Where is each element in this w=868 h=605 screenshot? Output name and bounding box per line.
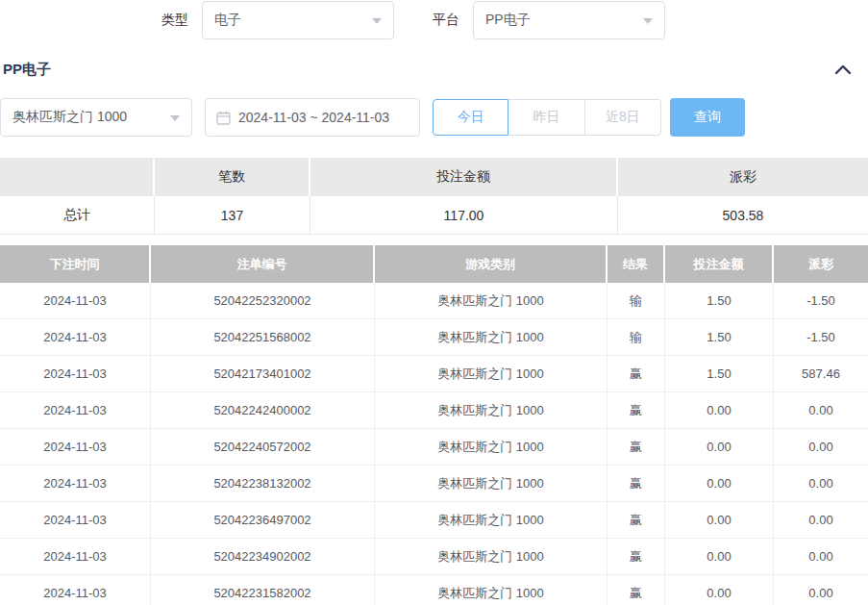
cell-result: 赢 (608, 392, 665, 429)
section-header: PP电子 (0, 59, 868, 80)
cell-bet-id: 52042231582002 (151, 575, 375, 605)
cell-payout: 0.00 (774, 466, 868, 502)
quick-range-button[interactable]: 今日 (433, 99, 508, 136)
cell-result: 赢 (608, 539, 665, 575)
cell-bet-time: 2024-11-03 (0, 356, 151, 392)
type-label: 类型 (161, 12, 188, 29)
cell-bet-amount: 0.00 (665, 429, 774, 466)
calendar-icon (216, 111, 231, 125)
cell-bet-amount: 0.00 (665, 575, 774, 605)
cell-result: 赢 (608, 575, 665, 605)
table-row: 2024-11-03 52042252320002 奥林匹斯之门 1000 输 … (0, 283, 868, 319)
chevron-up-icon (833, 63, 853, 76)
summary-total-bet-amount: 117.00 (310, 196, 618, 235)
table-row: 2024-11-03 52042251568002 奥林匹斯之门 1000 输 … (0, 319, 868, 356)
table-row: 2024-11-03 52042234902002 奥林匹斯之门 1000 赢 … (0, 539, 868, 575)
cell-bet-time: 2024-11-03 (0, 392, 151, 429)
cell-bet-time: 2024-11-03 (0, 539, 151, 575)
platform-filter-group: 平台 PP电子 (433, 1, 665, 39)
cell-bet-id: 52042242400002 (151, 392, 375, 429)
cell-bet-amount: 1.50 (665, 319, 774, 356)
cell-payout: 0.00 (774, 429, 868, 466)
summary-header-row: 笔数 投注金额 派彩 (0, 158, 868, 196)
cell-game-type: 奥林匹斯之门 1000 (375, 283, 608, 319)
date-range-value: 2024-11-03 ~ 2024-11-03 (238, 110, 389, 125)
cell-game-type: 奥林匹斯之门 1000 (375, 356, 608, 392)
cell-bet-time: 2024-11-03 (0, 575, 151, 605)
table-row: 2024-11-03 52042173401002 奥林匹斯之门 1000 赢 … (0, 356, 868, 392)
cell-bet-amount: 0.00 (665, 502, 774, 539)
cell-bet-id: 52042234902002 (151, 539, 375, 575)
cell-bet-amount: 0.00 (665, 539, 774, 575)
cell-bet-amount: 0.00 (665, 466, 774, 502)
cell-payout: 0.00 (774, 502, 868, 539)
table-row: 2024-11-03 52042236497002 奥林匹斯之门 1000 赢 … (0, 502, 868, 539)
query-bar: 奥林匹斯之门 1000 2024-11-03 ~ 2024-11-03 今日昨日… (0, 98, 868, 137)
quick-range-button-group: 今日昨日近8日 (433, 99, 661, 136)
cell-payout: 0.00 (774, 539, 868, 575)
cell-result: 赢 (608, 502, 665, 539)
platform-select[interactable]: PP电子 (473, 1, 665, 39)
platform-select-value: PP电子 (485, 12, 531, 29)
chevron-down-icon (170, 115, 180, 126)
cell-bet-amount: 1.50 (665, 283, 774, 319)
cell-result: 赢 (608, 429, 665, 466)
cell-payout: -1.50 (774, 283, 868, 319)
top-filter-bar: 类型 电子 平台 PP电子 (0, 1, 868, 39)
cell-bet-id: 52042173401002 (151, 356, 375, 392)
cell-bet-id: 52042238132002 (151, 466, 375, 502)
cell-game-type: 奥林匹斯之门 1000 (375, 392, 608, 429)
quick-range-button[interactable]: 近8日 (585, 99, 661, 136)
summary-total-label: 总计 (0, 196, 155, 235)
cell-payout: -1.50 (774, 319, 868, 356)
type-select[interactable]: 电子 (202, 1, 394, 39)
cell-bet-id: 52042236497002 (151, 502, 375, 539)
cell-game-type: 奥林匹斯之门 1000 (375, 502, 608, 539)
game-select-value: 奥林匹斯之门 1000 (12, 109, 127, 126)
summary-total-row: 总计 137 117.00 503.58 (0, 196, 868, 235)
cell-payout: 0.00 (774, 392, 868, 429)
table-row: 2024-11-03 52042238132002 奥林匹斯之门 1000 赢 … (0, 466, 868, 502)
cell-bet-time: 2024-11-03 (0, 283, 151, 319)
platform-label: 平台 (433, 12, 459, 29)
chevron-down-icon (372, 18, 382, 29)
type-select-value: 电子 (214, 12, 241, 29)
summary-header-bet-amount: 投注金额 (310, 158, 618, 196)
game-select[interactable]: 奥林匹斯之门 1000 (0, 98, 192, 137)
summary-total-count: 137 (155, 196, 310, 235)
section-title: PP电子 (3, 61, 51, 79)
date-range-input[interactable]: 2024-11-03 ~ 2024-11-03 (205, 98, 420, 137)
search-button[interactable]: 查询 (670, 98, 745, 137)
cell-game-type: 奥林匹斯之门 1000 (375, 429, 608, 466)
cell-bet-id: 52042251568002 (151, 319, 375, 356)
cell-bet-id: 52042240572002 (151, 429, 375, 466)
header-bet-id: 注单编号 (151, 245, 375, 283)
quick-range-button[interactable]: 昨日 (508, 99, 584, 136)
cell-bet-amount: 1.50 (665, 356, 774, 392)
cell-result: 赢 (608, 466, 665, 502)
cell-game-type: 奥林匹斯之门 1000 (375, 575, 608, 605)
cell-bet-time: 2024-11-03 (0, 466, 151, 502)
bets-table-header: 下注时间 注单编号 游戏类别 结果 投注金额 派彩 (0, 245, 868, 283)
header-game-type: 游戏类别 (375, 245, 608, 283)
cell-bet-time: 2024-11-03 (0, 429, 151, 466)
table-row: 2024-11-03 52042242400002 奥林匹斯之门 1000 赢 … (0, 392, 868, 429)
cell-payout: 0.00 (774, 575, 868, 605)
cell-result: 输 (608, 283, 665, 319)
bets-table-body: 2024-11-03 52042252320002 奥林匹斯之门 1000 输 … (0, 283, 868, 605)
cell-game-type: 奥林匹斯之门 1000 (375, 319, 608, 356)
cell-bet-amount: 0.00 (665, 392, 774, 429)
cell-bet-time: 2024-11-03 (0, 319, 151, 356)
header-bet-amount: 投注金额 (665, 245, 774, 283)
header-result: 结果 (608, 245, 665, 283)
cell-payout: 587.46 (774, 356, 868, 392)
cell-result: 输 (608, 319, 665, 356)
collapse-section-button[interactable] (833, 63, 853, 76)
summary-table: 笔数 投注金额 派彩 总计 137 117.00 503.58 (0, 158, 868, 235)
summary-header-count: 笔数 (155, 158, 310, 196)
cell-game-type: 奥林匹斯之门 1000 (375, 466, 608, 502)
cell-game-type: 奥林匹斯之门 1000 (375, 539, 608, 575)
summary-header-payout: 派彩 (618, 158, 868, 196)
summary-header-empty (0, 158, 155, 196)
cell-bet-id: 52042252320002 (151, 283, 375, 319)
